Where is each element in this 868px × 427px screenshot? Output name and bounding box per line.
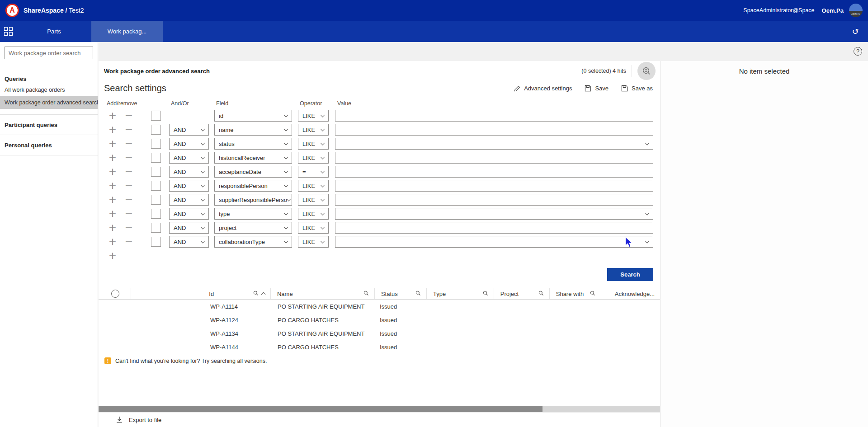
operator-select[interactable]: LIKE [298,180,329,192]
remove-criteria-button[interactable]: − [124,237,134,247]
sidebar-search-input[interactable] [5,47,93,59]
remove-criteria-button[interactable]: − [124,195,134,205]
criteria-checkbox[interactable] [151,237,161,247]
remove-criteria-button[interactable]: − [124,167,134,177]
remove-criteria-button[interactable]: − [124,209,134,219]
field-select[interactable]: name [214,124,292,136]
add-criteria-button[interactable]: + [108,139,118,149]
field-select[interactable]: historicalReceiver [214,152,292,164]
avatar[interactable]: ADMIN [849,4,863,17]
shareaspace-logo-icon[interactable]: A [5,4,19,17]
table-row[interactable]: WP-A1114PO STARTING AIR EQUIPMENTIssued [99,300,660,313]
add-criteria-button[interactable]: + [108,209,118,219]
sidebar-heading-participant-queries[interactable]: Participant queries [0,115,98,135]
scrollbar-thumb[interactable] [99,406,542,412]
search-button[interactable]: Search [607,268,653,281]
field-select[interactable]: responsiblePerson [214,180,292,192]
value-select[interactable] [335,138,653,150]
operator-select[interactable]: LIKE [298,138,329,150]
criteria-checkbox[interactable] [151,209,161,219]
add-criteria-button[interactable]: + [108,181,118,191]
column-search-icon[interactable] [253,291,259,297]
table-row[interactable]: WP-A1124PO CARGO HATCHESIssued [99,313,660,327]
advanced-settings-button[interactable]: Advanced settings [514,85,572,92]
user-name-label[interactable]: Oem.Pa [822,7,844,14]
criteria-checkbox[interactable] [151,125,161,135]
operator-select[interactable]: LIKE [298,222,329,234]
andor-select[interactable]: AND [169,236,209,248]
sort-ascending-icon[interactable] [261,292,266,297]
andor-select[interactable]: AND [169,166,209,178]
remove-criteria-button[interactable]: − [124,153,134,163]
criteria-checkbox[interactable] [151,153,161,163]
column-search-icon[interactable] [415,291,421,297]
column-search-icon[interactable] [590,291,595,297]
andor-select[interactable]: AND [169,180,209,192]
table-row[interactable]: WP-A1144PO CARGO HATCHESIssued [99,340,660,354]
column-search-icon[interactable] [538,291,544,297]
value-input[interactable] [335,222,653,234]
add-criteria-button[interactable]: + [108,251,118,261]
field-select[interactable]: status [214,138,292,150]
andor-select[interactable]: AND [169,138,209,150]
criteria-checkbox[interactable] [151,167,161,177]
column-search-icon[interactable] [363,291,369,297]
export-to-file-button[interactable]: Export to file [116,416,161,423]
sidebar-item-all-work-package-orders[interactable]: All work package orders [0,84,98,96]
field-select[interactable]: acceptanceDate [214,166,292,178]
value-select[interactable] [335,208,653,220]
operator-select[interactable]: LIKE [298,110,329,122]
value-input[interactable] [335,124,653,136]
remove-criteria-button[interactable]: − [124,139,134,149]
operator-select[interactable]: = [298,166,329,178]
save-as-button[interactable]: Save as [621,85,653,92]
field-select[interactable]: project [214,222,292,234]
tab-work-packages[interactable]: Work packag... [91,21,163,42]
add-criteria-button[interactable]: + [108,125,118,135]
field-select[interactable]: supplierResponsiblePerso [214,194,292,206]
criteria-checkbox[interactable] [151,111,161,121]
add-criteria-button[interactable]: + [108,223,118,233]
operator-select[interactable]: LIKE [298,236,329,248]
operator-select[interactable]: LIKE [298,194,329,206]
remove-criteria-button[interactable]: − [124,125,134,135]
criteria-checkbox[interactable] [151,139,161,149]
add-criteria-button[interactable]: + [108,237,118,247]
remove-criteria-button[interactable]: − [124,223,134,233]
value-input[interactable] [335,152,653,164]
save-button[interactable]: Save [585,85,609,92]
value-input[interactable] [335,110,653,122]
app-launcher-button[interactable] [0,21,17,42]
field-select[interactable]: collaborationType [214,236,292,248]
history-icon[interactable]: ↺ [843,21,868,42]
horizontal-scrollbar[interactable] [99,406,660,412]
criteria-checkbox[interactable] [151,195,161,205]
remove-criteria-button[interactable]: − [124,181,134,191]
add-criteria-button[interactable]: + [108,111,118,121]
value-select[interactable] [335,236,653,248]
add-criteria-button[interactable]: + [108,153,118,163]
value-input[interactable] [335,194,653,206]
sidebar-item-advanced-search[interactable]: Work package order advanced search [0,96,98,109]
remove-criteria-button[interactable]: − [124,111,134,121]
criteria-checkbox[interactable] [151,223,161,233]
andor-select[interactable]: AND [169,222,209,234]
field-select[interactable]: type [214,208,292,220]
andor-select[interactable]: AND [169,152,209,164]
help-icon[interactable]: ? [854,47,862,56]
operator-select[interactable]: LIKE [298,208,329,220]
criteria-checkbox[interactable] [151,181,161,191]
andor-select[interactable]: AND [169,194,209,206]
value-input[interactable] [335,166,653,178]
operator-select[interactable]: LIKE [298,152,329,164]
zoom-settings-button[interactable] [637,62,656,80]
andor-select[interactable]: AND [169,208,209,220]
andor-select[interactable]: AND [169,124,209,136]
column-search-icon[interactable] [483,291,488,297]
operator-select[interactable]: LIKE [298,124,329,136]
add-criteria-button[interactable]: + [108,195,118,205]
select-all-radio[interactable] [111,290,119,298]
add-criteria-button[interactable]: + [108,167,118,177]
tab-parts[interactable]: Parts [17,21,91,42]
sidebar-heading-personal-queries[interactable]: Personal queries [0,135,98,155]
